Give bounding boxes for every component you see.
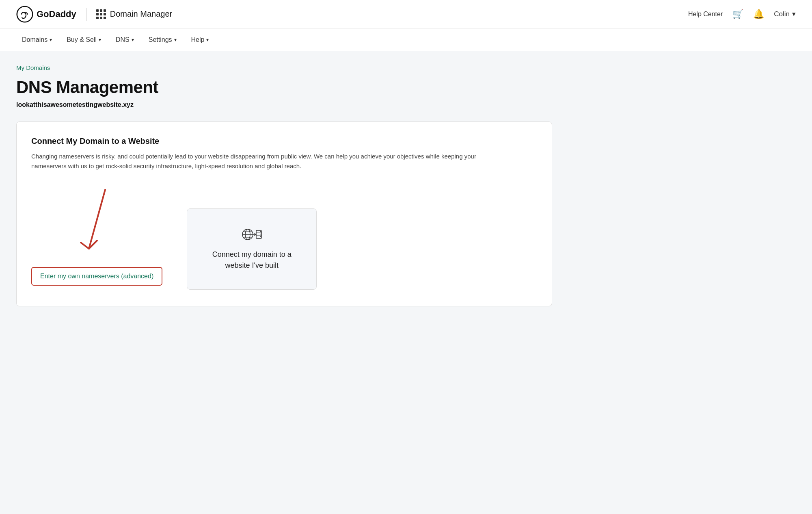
card-title: Connect My Domain to a Website — [31, 137, 537, 146]
nav-help-chevron: ▾ — [206, 37, 209, 43]
header: GoDaddy Domain Manager Help Center 🛒 🔔 C… — [0, 0, 812, 28]
connect-website-option[interactable]: Connect my domain to awebsite I've built — [187, 208, 317, 290]
nav-domains-label: Domains — [22, 36, 48, 43]
main-nav: Domains ▾ Buy & Sell ▾ DNS ▾ Settings ▾ … — [0, 28, 812, 51]
user-menu-chevron: ▾ — [792, 10, 796, 18]
svg-point-0 — [17, 6, 33, 22]
page-content: My Domains DNS Management lookatthisawes… — [0, 51, 812, 514]
red-arrow-icon — [77, 186, 117, 259]
connect-website-icon — [241, 227, 262, 242]
card-options: Enter my own nameservers (advanced) — [31, 186, 537, 290]
nav-domains-chevron: ▾ — [50, 37, 52, 43]
arrow-container — [73, 186, 121, 267]
header-divider — [86, 8, 86, 21]
nav-dns-label: DNS — [116, 36, 130, 43]
breadcrumb[interactable]: My Domains — [16, 64, 796, 71]
nav-buy-sell-label: Buy & Sell — [67, 36, 97, 43]
godaddy-logo-icon — [16, 6, 33, 23]
grid-icon — [96, 9, 106, 19]
nav-dns-chevron: ▾ — [132, 37, 134, 43]
left-option: Enter my own nameservers (advanced) — [31, 186, 162, 290]
card-description: Changing nameservers is risky, and could… — [31, 152, 478, 171]
nav-help-label: Help — [191, 36, 205, 43]
header-left: GoDaddy Domain Manager — [16, 6, 172, 23]
nav-buy-sell-chevron: ▾ — [99, 37, 101, 43]
bell-icon[interactable]: 🔔 — [753, 9, 764, 20]
domain-name: lookatthisawesometestingwebsite.xyz — [16, 101, 796, 108]
user-menu[interactable]: Colin ▾ — [774, 10, 796, 18]
app-title: Domain Manager — [110, 9, 172, 19]
user-name: Colin — [774, 10, 790, 18]
domain-manager-label: Domain Manager — [96, 9, 172, 19]
nav-item-buy-sell[interactable]: Buy & Sell ▾ — [61, 33, 107, 47]
nav-settings-label: Settings — [149, 36, 172, 43]
godaddy-logo[interactable]: GoDaddy — [16, 6, 76, 23]
page-title: DNS Management — [16, 78, 796, 97]
nav-item-dns[interactable]: DNS ▾ — [110, 33, 140, 47]
help-center-link[interactable]: Help Center — [688, 11, 723, 18]
connect-website-label: Connect my domain to awebsite I've built — [212, 249, 292, 271]
svg-point-11 — [260, 231, 261, 232]
header-right: Help Center 🛒 🔔 Colin ▾ — [688, 9, 796, 20]
nav-settings-chevron: ▾ — [174, 37, 177, 43]
nameserver-button[interactable]: Enter my own nameservers (advanced) — [31, 267, 162, 286]
godaddy-logo-text: GoDaddy — [37, 9, 76, 20]
globe-server-icon — [241, 227, 262, 242]
connect-domain-card: Connect My Domain to a Website Changing … — [16, 121, 552, 306]
cart-icon[interactable]: 🛒 — [732, 9, 743, 20]
nav-item-settings[interactable]: Settings ▾ — [143, 33, 182, 47]
svg-point-13 — [260, 236, 261, 237]
nav-item-help[interactable]: Help ▾ — [186, 33, 215, 47]
svg-point-12 — [260, 234, 261, 234]
nav-item-domains[interactable]: Domains ▾ — [16, 33, 58, 47]
